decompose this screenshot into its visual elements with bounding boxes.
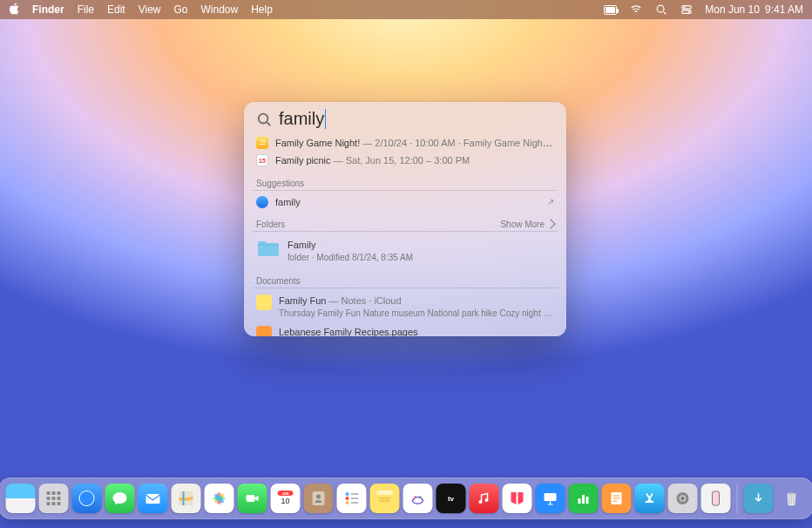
dock-facetime[interactable] [238, 484, 267, 513]
menu-item-file[interactable]: File [78, 3, 94, 16]
spotlight-search-field[interactable]: family [244, 102, 566, 134]
dock-tv[interactable]: tv [436, 484, 466, 513]
menu-item-window[interactable]: Window [201, 3, 239, 16]
svg-point-3 [683, 6, 685, 8]
svg-text:10: 10 [281, 497, 289, 505]
wifi-icon[interactable] [629, 4, 642, 15]
dock-keynote[interactable] [536, 484, 565, 513]
svg-text:tv: tv [448, 495, 455, 503]
dock-pages[interactable] [602, 484, 632, 513]
svg-rect-45 [586, 497, 589, 504]
menu-item-view[interactable]: View [139, 3, 161, 16]
control-center-icon[interactable] [680, 4, 693, 15]
svg-point-5 [259, 113, 268, 123]
svg-rect-30 [351, 493, 359, 495]
svg-rect-34 [351, 502, 359, 504]
svg-point-41 [485, 498, 489, 502]
menu-item-edit[interactable]: Edit [107, 3, 125, 16]
dock-calendar[interactable]: JUN10 [271, 484, 301, 513]
dock-maps[interactable] [172, 484, 201, 513]
reminders-icon: ☰ [256, 137, 268, 149]
spotlight-menu-icon[interactable] [654, 4, 667, 15]
svg-rect-7 [52, 491, 56, 495]
svg-point-0 [657, 5, 664, 12]
svg-point-4 [687, 11, 689, 13]
svg-rect-42 [545, 493, 557, 501]
spotlight-query-text: family [279, 109, 326, 129]
open-arrow-icon: ↗ [547, 196, 554, 207]
svg-point-38 [420, 496, 422, 498]
spotlight-result-pages[interactable]: Lebanese Family Recipes.pages [253, 322, 558, 336]
chevron-right-icon [545, 220, 555, 229]
dock-photos[interactable] [205, 484, 234, 513]
svg-point-37 [415, 496, 416, 498]
search-icon [256, 112, 272, 127]
spotlight-result-reminder[interactable]: ☰ Family Game Night! — 2/10/24 · 10:00 A… [253, 134, 558, 152]
svg-point-53 [787, 492, 795, 495]
folder-icon [256, 239, 281, 258]
svg-rect-6 [47, 491, 51, 495]
dock-iphone-mirroring[interactable] [701, 484, 731, 513]
svg-rect-13 [52, 502, 56, 505]
svg-rect-12 [47, 502, 51, 505]
spotlight-result-note[interactable]: Family Fun — Notes · iCloud Thursday Fam… [253, 291, 558, 322]
spotlight-suggestion-web[interactable]: family ↗ [253, 193, 558, 211]
svg-point-16 [80, 491, 94, 505]
svg-rect-14 [58, 502, 61, 505]
dock-mail[interactable] [139, 484, 168, 513]
dock-freeform[interactable] [403, 484, 433, 513]
svg-point-40 [479, 500, 483, 504]
svg-text:JUN: JUN [281, 491, 288, 496]
dock-settings[interactable] [668, 484, 698, 513]
svg-point-33 [346, 501, 349, 504]
svg-rect-11 [58, 497, 61, 500]
dock-appstore[interactable] [635, 484, 665, 513]
dock-notes[interactable] [370, 484, 400, 513]
svg-rect-9 [47, 497, 51, 500]
dock-downloads[interactable] [744, 484, 774, 513]
dock: JUN10 tv [0, 477, 812, 519]
dock-numbers[interactable] [569, 484, 599, 513]
spotlight-result-calendar[interactable]: 15 Family picnic — Sat, Jun 15, 12:00 – … [253, 152, 558, 169]
svg-point-29 [346, 492, 349, 496]
notes-icon [256, 294, 272, 310]
dock-messages[interactable] [105, 484, 135, 513]
menu-app-name[interactable]: Finder [32, 3, 64, 16]
spotlight-section-documents: Documents [253, 274, 558, 288]
menu-bar: Finder File Edit View Go Window Help Mon… [0, 0, 812, 19]
svg-rect-22 [247, 495, 255, 502]
dock-reminders[interactable] [337, 484, 367, 513]
calendar-icon: 15 [256, 154, 268, 166]
battery-icon[interactable] [604, 4, 617, 15]
dock-launchpad[interactable] [39, 484, 69, 513]
dock-finder[interactable] [6, 484, 36, 513]
dock-trash[interactable] [777, 484, 807, 513]
svg-rect-32 [351, 498, 359, 499]
svg-rect-44 [582, 495, 585, 504]
spotlight-section-suggestions: Suggestions [253, 177, 558, 191]
menu-item-help[interactable]: Help [251, 3, 273, 16]
apple-menu-icon[interactable] [9, 3, 19, 17]
dock-music[interactable] [470, 484, 499, 513]
svg-point-49 [681, 498, 684, 500]
dock-safari[interactable] [72, 484, 102, 513]
show-more-folders[interactable]: Show More [500, 220, 554, 229]
menu-item-go[interactable]: Go [174, 3, 188, 16]
svg-rect-8 [58, 491, 61, 495]
pages-doc-icon [256, 326, 272, 336]
svg-rect-10 [52, 497, 56, 500]
menu-time[interactable]: 9:41 AM [765, 3, 803, 16]
dock-contacts[interactable] [304, 484, 334, 513]
safari-icon [256, 196, 268, 208]
spotlight-result-folder[interactable]: Family folder · Modified 8/1/24, 8:35 AM [253, 234, 558, 267]
dock-news[interactable] [503, 484, 532, 513]
svg-point-31 [346, 497, 349, 500]
menu-date[interactable]: Mon Jun 10 [705, 3, 760, 16]
svg-point-28 [316, 495, 321, 499]
dock-separator [737, 484, 738, 513]
svg-rect-17 [146, 494, 160, 504]
svg-rect-36 [377, 491, 393, 495]
svg-rect-50 [713, 491, 720, 505]
spotlight-panel: family ☰ Family Game Night! — 2/10/24 · … [244, 102, 566, 336]
svg-rect-43 [579, 498, 581, 504]
